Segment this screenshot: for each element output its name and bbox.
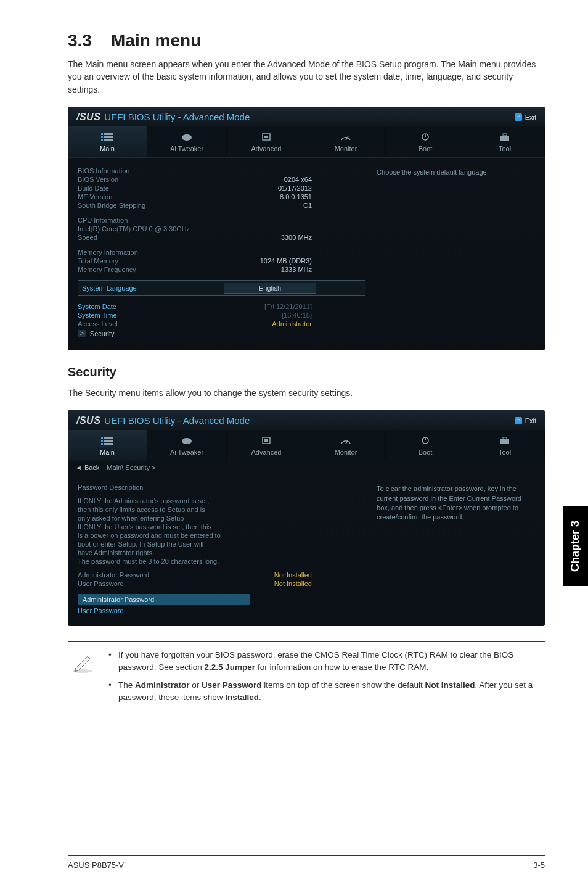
tab-monitor[interactable]: Monitor — [306, 126, 386, 157]
tab-tool-2[interactable]: Tool — [465, 430, 545, 461]
section-intro: The Main menu screen appears when you en… — [68, 58, 545, 96]
note-item: The Administrator or User Password items… — [108, 679, 542, 703]
back-arrow-icon: ◄ — [75, 464, 82, 471]
exit-button[interactable]: Exit — [515, 113, 536, 121]
tab-ai-tweaker-label-2: Ai Tweaker — [170, 448, 203, 456]
tab-advanced-2[interactable]: Advanced — [227, 430, 306, 461]
system-language-value: English — [224, 283, 316, 294]
user-pwd-value: Not Installed — [219, 580, 312, 587]
me-version-value: 8.0.0.1351 — [219, 193, 312, 200]
total-mem-label: Total Memory — [78, 257, 219, 265]
pwd-desc-line: If ONLY the Administrator's password is … — [78, 497, 312, 505]
note-text: items on top of the screen show the defa… — [262, 680, 425, 690]
power-icon — [419, 133, 431, 141]
section-heading: 3.3Main menu — [68, 31, 545, 51]
pwd-desc-line: The password must be 3 to 20 characters … — [78, 558, 312, 565]
system-time-value: [16:46:15] — [219, 311, 312, 319]
page-footer: ASUS P8B75-V 3-5 — [68, 855, 545, 870]
power-icon-2 — [419, 436, 431, 445]
svg-rect-16 — [101, 440, 103, 442]
tab-monitor-2[interactable]: Monitor — [306, 430, 386, 461]
tab-boot-label: Boot — [419, 145, 433, 152]
speed-value: 3300 MHz — [219, 234, 312, 241]
svg-rect-12 — [500, 136, 509, 141]
note-bold: Not Installed — [425, 680, 475, 690]
tab-boot[interactable]: Boot — [386, 126, 465, 157]
svg-point-20 — [182, 438, 192, 444]
exit-button-2[interactable]: Exit — [515, 417, 536, 424]
bios-info-header: BIOS Information — [78, 167, 219, 175]
bios-utility-title: UEFI BIOS Utility - Advanced Mode — [104, 112, 250, 122]
build-date-label: Build Date — [78, 184, 219, 192]
admin-pwd-item[interactable]: Administrator Password — [78, 594, 250, 605]
bios-help-pane: Choose the system default language — [377, 167, 535, 339]
pwd-desc-line: then this only limits access to Setup an… — [78, 506, 312, 513]
gauge-icon — [340, 133, 352, 141]
asus-logo: /SUS — [76, 112, 100, 123]
pwd-desc-line: have Administrator rights — [78, 549, 312, 556]
note-text: or — [190, 680, 202, 690]
note-bold: 2.2.5 Jumper — [205, 662, 256, 672]
bios-body: BIOS Information BIOS Version0204 x64 Bu… — [68, 158, 545, 350]
system-date-value: [Fri 12/21/2011] — [219, 303, 312, 310]
svg-rect-3 — [104, 136, 113, 138]
back-button[interactable]: ◄ Back — [75, 464, 99, 471]
section-title: Main menu — [111, 31, 201, 50]
note-text: for information on how to erase the RTC … — [255, 662, 428, 672]
pwd-desc-line: only asked for when entering Setup — [78, 514, 312, 522]
cloud-icon — [181, 133, 193, 141]
bios-title-left: /SUS UEFI BIOS Utility - Advanced Mode — [76, 112, 250, 123]
access-level-label: Access Level — [78, 320, 219, 328]
user-pwd-item[interactable]: User Password — [78, 607, 219, 614]
tab-boot-2[interactable]: Boot — [386, 430, 465, 461]
bios-title-left-2: /SUS UEFI BIOS Utility - Advanced Mode — [76, 415, 250, 426]
svg-rect-19 — [104, 443, 113, 445]
section-number: 3.3 — [68, 31, 111, 51]
bios-help-text-2: To clear the administrator password, key… — [377, 484, 535, 522]
svg-rect-5 — [104, 139, 113, 141]
bios-utility-title-2: UEFI BIOS Utility - Advanced Mode — [104, 415, 250, 426]
tab-main[interactable]: Main — [68, 126, 147, 157]
list-icon-2 — [101, 436, 113, 445]
svg-rect-15 — [104, 437, 113, 439]
svg-rect-27 — [503, 437, 507, 439]
svg-rect-14 — [101, 437, 103, 439]
bios-titlebar-2: /SUS UEFI BIOS Utility - Advanced Mode E… — [68, 410, 545, 430]
tab-main-2[interactable]: Main — [68, 430, 147, 461]
tab-ai-tweaker[interactable]: Ai Tweaker — [147, 126, 227, 157]
mem-freq-label: Memory Frequency — [78, 266, 219, 273]
tab-advanced[interactable]: Advanced — [227, 126, 306, 157]
bios-titlebar: /SUS UEFI BIOS Utility - Advanced Mode E… — [68, 107, 545, 126]
chevron-right-icon: > — [78, 330, 86, 337]
cpu-info-header: CPU Information — [78, 217, 219, 224]
bios-version-label: BIOS Version — [78, 176, 219, 183]
footer-right: 3-5 — [533, 860, 545, 870]
bios-security-window: /SUS UEFI BIOS Utility - Advanced Mode E… — [68, 410, 545, 626]
speed-label: Speed — [78, 234, 219, 241]
tab-tool[interactable]: Tool — [465, 126, 545, 157]
security-menu-item[interactable]: > Security — [78, 328, 365, 339]
back-row: ◄ Back Main\ Security > — [68, 461, 545, 474]
note-list: If you have forgotten your BIOS password… — [108, 649, 542, 709]
system-time-label[interactable]: System Time — [78, 311, 219, 319]
tab-row-2: Main Ai Tweaker Advanced Monitor Boot To… — [68, 430, 545, 461]
admin-pwd-label: Administrator Password — [78, 571, 219, 579]
svg-rect-26 — [500, 439, 509, 444]
chip-icon — [260, 133, 272, 141]
breadcrumb: Main\ Security > — [107, 464, 155, 471]
chapter-tab: Chapter 3 — [563, 506, 588, 586]
pwd-desc-header: Password Description — [78, 484, 312, 491]
tab-ai-tweaker-2[interactable]: Ai Tweaker — [147, 430, 227, 461]
user-pwd-label: User Password — [78, 580, 219, 587]
system-language-row[interactable]: System Language English — [78, 280, 365, 296]
pencil-note-icon — [70, 650, 97, 709]
access-level-value: Administrator — [219, 320, 312, 328]
tab-tool-label: Tool — [499, 145, 511, 152]
svg-rect-8 — [264, 136, 268, 138]
svg-rect-13 — [503, 134, 507, 136]
system-date-label[interactable]: System Date — [78, 303, 219, 310]
mem-freq-value: 1333 MHz — [219, 266, 312, 273]
tab-main-label-2: Main — [100, 448, 115, 456]
chapter-tab-label: Chapter 3 — [570, 520, 582, 571]
security-intro: The Security menu items allow you to cha… — [68, 387, 545, 399]
